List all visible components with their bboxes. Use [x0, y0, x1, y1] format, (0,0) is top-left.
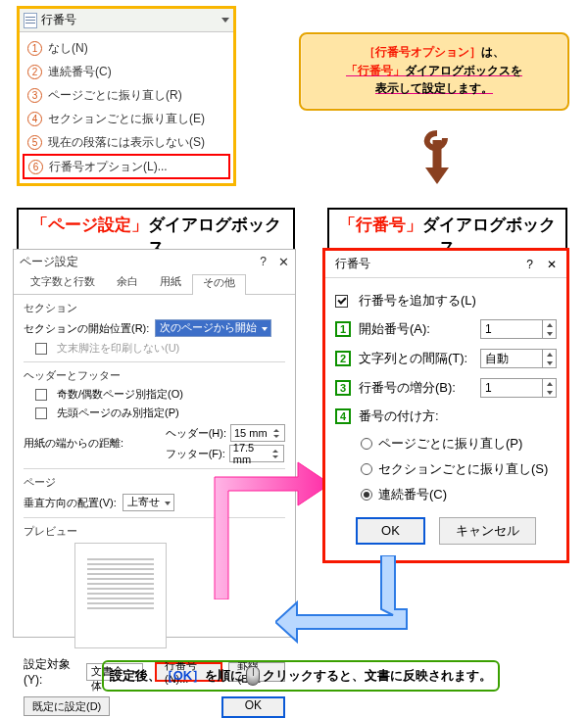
dialog-title: ページ設定: [20, 254, 78, 270]
dropdown-item-restart-page[interactable]: 3ページごとに振り直し(R): [20, 83, 233, 107]
line-number-dropdown: 行番号 1なし(N) 2連続番号(C) 3ページごとに振り直し(R) 4セクショ…: [17, 6, 236, 186]
increment-label: 行番号の増分(B):: [359, 379, 480, 397]
dialog-title-bar: ページ設定 ? ✕: [14, 250, 295, 273]
line-number-cancel-button[interactable]: キャンセル: [439, 517, 536, 545]
item-number-icon: 4: [27, 112, 42, 126]
close-button[interactable]: ✕: [278, 255, 289, 269]
help-button[interactable]: ?: [260, 255, 267, 268]
radio-continuous[interactable]: 連続番号(C): [361, 486, 557, 503]
line-number-ok-button[interactable]: OK: [356, 517, 425, 545]
line-number-icon: [24, 13, 37, 28]
callout-option-name: ［行番号オプション］: [364, 45, 481, 59]
section-start-select[interactable]: 次のページから開始: [155, 319, 271, 337]
dropdown-header[interactable]: 行番号: [20, 9, 233, 32]
dropdown-item-options[interactable]: 6行番号オプション(L)...: [23, 154, 230, 179]
preview-thumbnail: [74, 543, 167, 648]
swirl-down-arrow-icon: [417, 130, 457, 187]
dropdown-item-none[interactable]: 1なし(N): [20, 36, 233, 60]
start-number-label: 開始番号(A):: [359, 320, 480, 338]
text-gap-input[interactable]: 自動: [480, 349, 543, 368]
tab-paper[interactable]: 用紙: [149, 273, 192, 294]
first-only-label: 先頭ページのみ別指定(P): [57, 406, 179, 420]
stepper[interactable]: [543, 378, 557, 398]
tab-chars-lines[interactable]: 文字数と行数: [20, 273, 106, 294]
dropdown-item-restart-section[interactable]: 4セクションごとに振り直し(E): [20, 107, 233, 130]
bottom-callout: 設定後、 ［OK］ を順に クリックすると、文書に反映されます。: [102, 660, 500, 692]
start-number-input[interactable]: 1: [480, 319, 543, 339]
set-default-button[interactable]: 既定に設定(D): [24, 696, 110, 716]
valign-label: 垂直方向の配置(V):: [24, 496, 117, 510]
dialog-title-bar: 行番号 ? ✕: [325, 251, 566, 278]
dropdown-item-hide-current[interactable]: 5現在の段落には表示しない(S): [20, 130, 233, 154]
item-number-icon: 3: [27, 88, 42, 103]
line-number-dialog: 行番号 ? ✕ 行番号を追加する(L) 1 開始番号(A): 1 2 文字列との…: [322, 248, 569, 563]
tab-strip: 文字数と行数 余白 用紙 その他: [14, 273, 295, 295]
valign-select[interactable]: 上寄せ: [122, 494, 174, 511]
top-callout: ［行番号オプション］は、 「行番号」ダイアログボックスを 表示して設定します。: [299, 32, 569, 111]
dialog-title: 行番号: [335, 256, 370, 272]
blue-arrow-down-left-icon: [275, 555, 462, 661]
close-button[interactable]: ✕: [547, 258, 557, 271]
add-line-number-label: 行番号を追加する(L): [359, 292, 476, 310]
no-endnote-label: 文末脚注を印刷しない(U): [57, 341, 179, 356]
radio-restart-section[interactable]: セクションごとに振り直し(S): [361, 460, 557, 478]
no-endnote-checkbox: [35, 343, 47, 355]
section-heading: セクション: [24, 301, 285, 315]
text-gap-label: 文字列との間隔(T):: [359, 350, 480, 367]
apply-to-label: 設定対象(Y):: [24, 656, 80, 687]
tab-other[interactable]: その他: [192, 274, 246, 295]
step-number-icon: 3: [335, 380, 351, 396]
header-footer-heading: ヘッダーとフッター: [24, 368, 285, 383]
page-setup-ok-button[interactable]: OK: [221, 696, 285, 718]
odd-even-checkbox[interactable]: [35, 389, 47, 401]
bottom-ok-text: ［OK］: [161, 667, 206, 685]
edge-distance-label: 用紙の端からの距離:: [24, 436, 123, 451]
dropdown-list: 1なし(N) 2連続番号(C) 3ページごとに振り直し(R) 4セクションごとに…: [20, 32, 233, 183]
mouse-icon: [246, 666, 260, 686]
tab-margins[interactable]: 余白: [106, 273, 149, 294]
dropdown-item-continuous[interactable]: 2連続番号(C): [20, 60, 233, 83]
step-number-icon: 1: [335, 321, 351, 337]
header-label: ヘッダー(H):: [166, 426, 226, 441]
item-number-icon: 5: [27, 135, 42, 150]
item-number-icon: 1: [27, 41, 42, 56]
numbering-mode-label: 番号の付け方:: [359, 407, 557, 425]
callout-dialog-name: 「行番号」: [346, 64, 405, 77]
chevron-down-icon: [221, 18, 229, 23]
item-number-icon: 2: [27, 65, 42, 79]
header-distance-input[interactable]: 15 mm: [230, 424, 285, 442]
dropdown-title: 行番号: [41, 12, 76, 28]
radio-restart-page[interactable]: ページごとに振り直し(P): [361, 435, 557, 453]
stepper[interactable]: [543, 319, 557, 339]
section-start-label: セクションの開始位置(R):: [24, 321, 149, 336]
item-number-icon: 6: [28, 160, 43, 174]
stepper[interactable]: [543, 349, 557, 368]
step-number-icon: 2: [335, 351, 351, 366]
increment-input[interactable]: 1: [480, 378, 543, 398]
first-only-checkbox[interactable]: [35, 407, 47, 419]
help-button[interactable]: ?: [526, 258, 533, 271]
add-line-number-checkbox[interactable]: [335, 295, 348, 308]
odd-even-label: 奇数/偶数ページ別指定(O): [57, 387, 183, 402]
step-number-icon: 4: [335, 408, 351, 424]
